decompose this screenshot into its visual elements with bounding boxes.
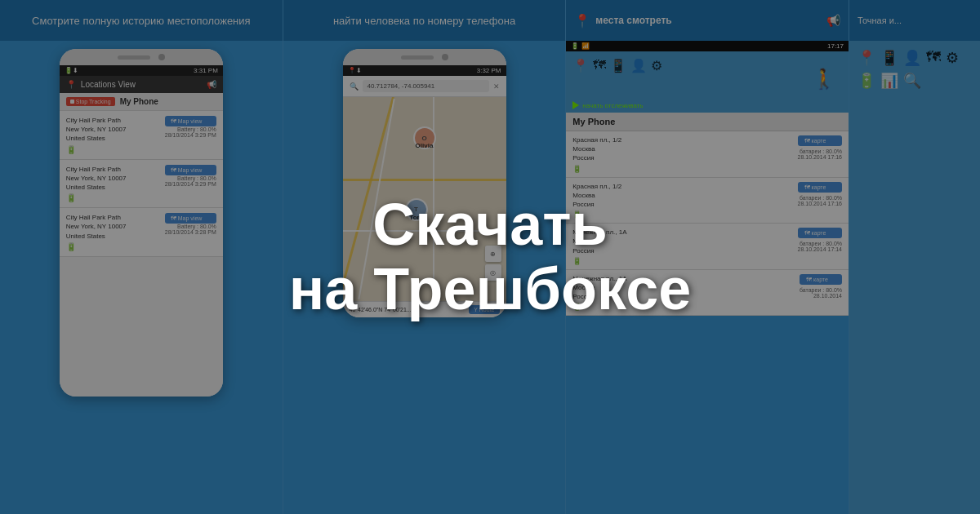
overlay-line1: Скачать (289, 193, 691, 257)
overlay-line2: на Трешбоксе (289, 257, 691, 321)
center-overlay-text: Скачать на Трешбоксе (289, 193, 691, 321)
